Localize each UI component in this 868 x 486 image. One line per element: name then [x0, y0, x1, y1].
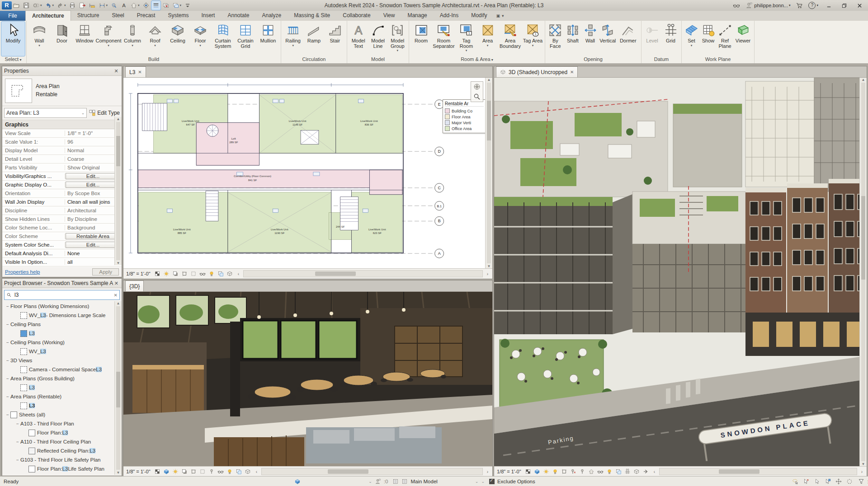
steering-wheel-icon[interactable] — [473, 83, 481, 91]
worksharing-display-icon[interactable] — [235, 467, 243, 476]
main-model-select[interactable]: Main Model⌄ — [410, 479, 478, 484]
graphics-section-header[interactable]: Graphics⌃ — [2, 120, 122, 129]
search-clear-icon[interactable]: ✕ — [114, 293, 118, 298]
properties-scrollbar[interactable]: ▲▼ — [114, 117, 122, 265]
visual-style-icon[interactable] — [153, 270, 161, 278]
type-selector[interactable]: Area PlanRentable — [2, 76, 122, 106]
camera-view-tab[interactable]: {3D} — [125, 280, 144, 291]
reveal-hidden-icon[interactable] — [226, 467, 234, 476]
crop-region-icon[interactable] — [198, 467, 207, 476]
camera-canvas[interactable] — [123, 292, 492, 466]
tag-room-button[interactable]: Tag Room — [456, 22, 477, 56]
expander-icon[interactable]: − — [5, 394, 10, 399]
exterior-canvas[interactable]: Parking SNOWDON PLACE ▲▼ — [494, 78, 867, 466]
sync-with-central-icon[interactable] — [32, 1, 43, 10]
viewer-button[interactable]: Viewer — [733, 22, 753, 56]
property-row[interactable]: Orientation By Scope Box — [2, 189, 122, 198]
scroll-right-icon[interactable]: › — [486, 271, 490, 276]
panel-opening[interactable]: Opening — [545, 56, 641, 63]
interior-render[interactable] — [123, 292, 492, 466]
crop-region-icon[interactable] — [189, 270, 198, 278]
section-icon[interactable] — [142, 1, 151, 10]
tree-item[interactable]: − Camera - Commercial Space L3 — [2, 365, 122, 374]
zoom-icon[interactable] — [473, 93, 481, 101]
temporary-hide-isolate-icon[interactable] — [217, 467, 225, 476]
ribbon-tab[interactable]: View — [377, 10, 401, 20]
redo-icon[interactable] — [56, 1, 67, 10]
expander-icon[interactable]: − — [5, 376, 10, 381]
properties-help-link[interactable]: Properties help — [5, 269, 40, 275]
search-icon[interactable] — [732, 1, 741, 10]
tree-item[interactable]: − Area Plans (Gross Building) — [2, 374, 122, 383]
property-row[interactable]: Color Scheme Rentable Area — [2, 232, 122, 241]
collapse-chevron-icon[interactable]: ⌄ — [368, 479, 372, 484]
expander-icon[interactable]: − — [15, 458, 20, 463]
select-underlay-icon[interactable] — [802, 477, 810, 486]
mullion-button[interactable]: Mullion — [257, 22, 279, 56]
tree-item[interactable]: − WV_L3 — [2, 347, 122, 356]
background-processes-icon[interactable] — [845, 477, 854, 486]
property-row[interactable]: View Scale 1/8" = 1'-0" — [2, 129, 122, 138]
tab-file[interactable]: File — [0, 11, 25, 21]
home-view-icon[interactable] — [587, 467, 595, 476]
instance-selector[interactable]: Area Plan: L3⌄ — [4, 108, 87, 118]
tree-item[interactable]: − Floor Plan: L3 — [2, 428, 122, 437]
tree-item[interactable]: − WV_L3 - Dimensions Large Scale — [2, 311, 122, 320]
customize-qat-icon[interactable] — [183, 1, 192, 10]
show-work-plane-button[interactable]: Show — [700, 22, 717, 56]
browser-search-input[interactable] — [14, 291, 112, 299]
property-row[interactable]: Discipline Architectural — [2, 206, 122, 215]
grid-button[interactable]: Grid — [661, 22, 680, 56]
property-row[interactable]: Color Scheme Loc... Background — [2, 224, 122, 232]
transfer-icon[interactable] — [78, 1, 87, 10]
property-row[interactable]: Show Hidden Lines By Discipline — [2, 215, 122, 224]
tree-item[interactable]: − L3 — [2, 383, 122, 392]
restore-button[interactable] — [838, 1, 850, 10]
ribbon-tab[interactable]: Manage — [401, 10, 433, 20]
print-icon[interactable] — [68, 1, 77, 10]
property-row[interactable]: Default Analysis Di... None — [2, 249, 122, 258]
ribbon-tab[interactable]: Add-Ins — [434, 10, 465, 20]
export-arrow-icon[interactable] — [642, 467, 650, 476]
tree-item[interactable]: − Area Plans (Rentable) — [2, 392, 122, 401]
curtain-grid-button[interactable]: Curtain Grid — [234, 22, 257, 56]
plan-horizontal-scrollbar[interactable] — [243, 270, 483, 277]
set-work-plane-button[interactable]: Set — [683, 22, 700, 56]
floor-plan-drawing[interactable]: E D C B.1 B A Live/Work Unit647 SF Live/… — [123, 78, 492, 268]
model-line-button[interactable]: Model Line — [368, 22, 387, 56]
tree-item[interactable]: − 3D Views — [2, 356, 122, 365]
property-row[interactable]: Graphic Display O... Edit... — [2, 181, 122, 189]
locked-3d-icon[interactable] — [208, 467, 216, 476]
scroll-left-icon[interactable]: ‹ — [255, 469, 259, 474]
view-scale[interactable]: 1/8" = 1'-0" — [126, 271, 151, 276]
tree-item[interactable]: − G103 - Third Floor Life Safety Plan — [2, 455, 122, 464]
panel-datum[interactable]: Datum — [642, 56, 681, 63]
ribbon-tab[interactable]: Systems — [161, 10, 195, 20]
thin-lines-icon[interactable] — [151, 1, 160, 10]
ribbon-tab[interactable]: Analyze — [256, 10, 288, 20]
tree-item[interactable]: − Ceiling Plans — [2, 320, 122, 329]
app-logo[interactable]: R — [2, 1, 12, 9]
view-scale[interactable]: 1/8" = 1'-0" — [497, 469, 521, 474]
select-by-face-icon[interactable] — [824, 477, 832, 486]
tag-area-button[interactable]: Tag Area — [522, 22, 543, 56]
tree-item[interactable]: − L3 — [2, 401, 122, 410]
room-button[interactable]: Room — [410, 22, 432, 56]
property-row[interactable]: Visibility/Graphics ... Edit... — [2, 172, 122, 181]
switch-windows-icon[interactable] — [171, 1, 183, 10]
open-icon[interactable] — [12, 1, 21, 10]
tree-item[interactable]: − Sheets (all) — [2, 410, 122, 419]
panel-model[interactable]: Model — [347, 56, 409, 63]
view-scale[interactable]: 1/8" = 1'-0" — [126, 469, 151, 474]
reveal-hidden-icon[interactable] — [605, 467, 613, 476]
plan-canvas[interactable]: E D C B.1 B A Live/Work Unit647 SF Live/… — [123, 78, 492, 268]
tree-item[interactable]: − Ceiling Plans (Working) — [2, 338, 122, 347]
ribbon-tab[interactable]: Insert — [195, 10, 221, 20]
panel-room-area[interactable]: Room & Area — [409, 56, 545, 63]
curtain-system-button[interactable]: Curtain System — [212, 22, 234, 56]
door-button[interactable]: Door — [51, 22, 73, 56]
drag-on-selection-icon[interactable] — [835, 477, 843, 486]
minimize-button[interactable] — [823, 1, 835, 10]
scroll-right-icon[interactable]: › — [486, 469, 490, 474]
temporary-hide-isolate-icon[interactable] — [596, 467, 604, 476]
